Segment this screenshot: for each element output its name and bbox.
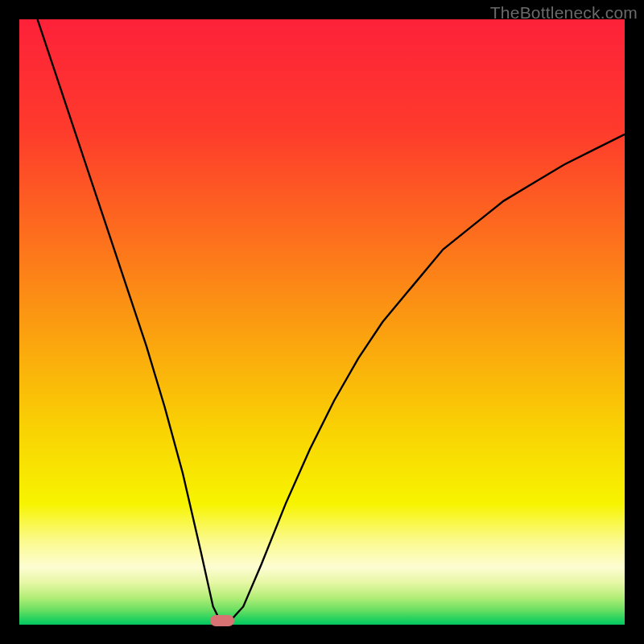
optimal-point-marker	[210, 615, 234, 626]
chart-frame	[19, 19, 625, 625]
chart-background-gradient	[19, 19, 625, 625]
svg-rect-0	[19, 19, 625, 625]
watermark-text: TheBottleneck.com	[490, 3, 638, 23]
